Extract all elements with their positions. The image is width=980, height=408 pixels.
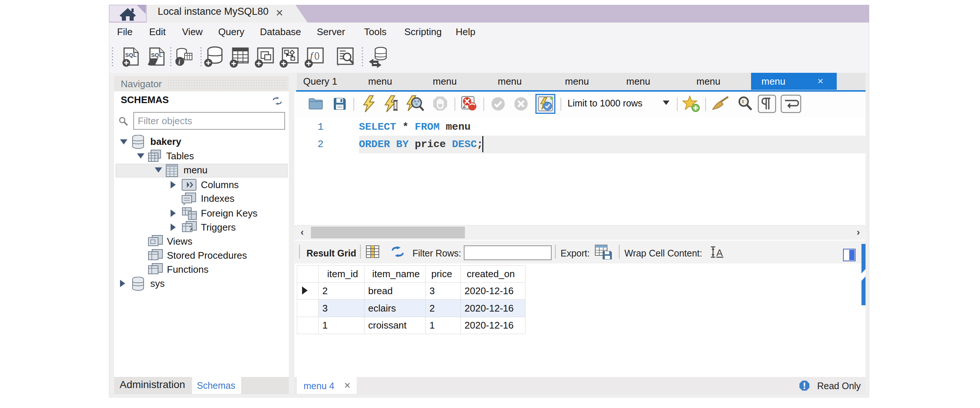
svg-text:(): () [314,51,320,60]
svg-text:A: A [716,247,723,258]
svg-text:i: i [178,58,180,66]
svg-text:SQL: SQL [151,52,162,58]
svg-text:SQL: SQL [125,52,137,58]
